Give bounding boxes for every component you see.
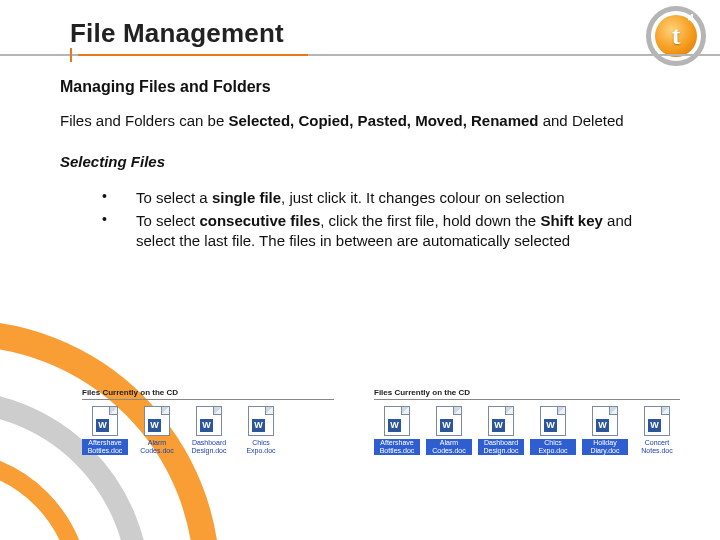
file-name: Aftershave Bottles.doc: [374, 439, 420, 455]
file-item[interactable]: WConcert Notes.doc: [634, 406, 680, 455]
intro-paragraph: Files and Folders can be Selected, Copie…: [60, 112, 670, 131]
file-name: Alarm Codes.doc: [134, 439, 180, 455]
file-item[interactable]: WDashboard Design.doc: [186, 406, 232, 455]
file-item[interactable]: WAlarm Codes.doc: [426, 406, 472, 455]
file-panel-left: Files Currently on the CD WAftershave Bo…: [82, 388, 334, 455]
section-heading: Managing Files and Folders: [60, 78, 670, 96]
title-tick: [70, 48, 72, 62]
file-name: Dashboard Design.doc: [478, 439, 524, 455]
file-item[interactable]: WAftershave Bottles.doc: [82, 406, 128, 455]
file-name: Holiday Diary.doc: [582, 439, 628, 455]
file-panel-right: Files Currently on the CD WAftershave Bo…: [374, 388, 680, 455]
word-doc-icon: W: [92, 406, 118, 436]
word-doc-icon: W: [592, 406, 618, 436]
word-doc-icon: W: [248, 406, 274, 436]
file-name: Chics Expo.doc: [238, 439, 284, 455]
file-item[interactable]: WChics Expo.doc: [530, 406, 576, 455]
slide-title: File Management: [70, 18, 700, 49]
file-item[interactable]: WChics Expo.doc: [238, 406, 284, 455]
word-doc-icon: W: [436, 406, 462, 436]
word-doc-icon: W: [540, 406, 566, 436]
panel-left-title: Files Currently on the CD: [82, 388, 334, 400]
file-item[interactable]: WDashboard Design.doc: [478, 406, 524, 455]
subsection-heading: Selecting Files: [60, 153, 670, 170]
panel-right-title: Files Currently on the CD: [374, 388, 680, 400]
word-doc-icon: W: [488, 406, 514, 436]
title-rule-orange: [78, 54, 308, 56]
word-doc-icon: W: [144, 406, 170, 436]
file-name: Alarm Codes.doc: [426, 439, 472, 455]
word-doc-icon: W: [644, 406, 670, 436]
file-item[interactable]: WAlarm Codes.doc: [134, 406, 180, 455]
word-doc-icon: W: [196, 406, 222, 436]
file-name: Dashboard Design.doc: [186, 439, 232, 455]
file-item[interactable]: WAftershave Bottles.doc: [374, 406, 420, 455]
file-name: Concert Notes.doc: [634, 439, 680, 455]
word-doc-icon: W: [384, 406, 410, 436]
file-name: Aftershave Bottles.doc: [82, 439, 128, 455]
bullet-1: • To select a single file, just click it…: [102, 188, 670, 208]
bullet-2: • To select consecutive files, click the…: [102, 211, 670, 250]
file-name: Chics Expo.doc: [530, 439, 576, 455]
file-item[interactable]: WHoliday Diary.doc: [582, 406, 628, 455]
